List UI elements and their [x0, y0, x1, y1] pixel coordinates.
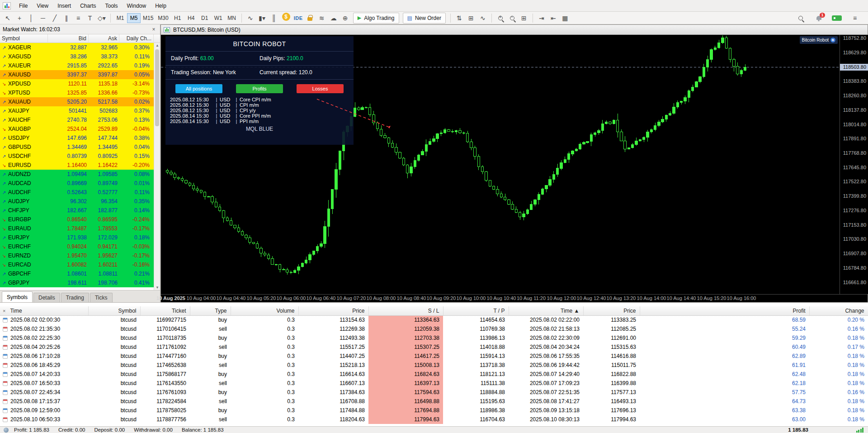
market-watch-row-audnzd[interactable]: ↗AUDNZD1.094941.095850.08%: [0, 170, 154, 179]
history-column-type[interactable]: Type: [190, 306, 231, 315]
close-toolbox-button[interactable]: ×: [3, 308, 5, 314]
market-watch-row-usdjpy[interactable]: ↗USDJPY147.696147.7440.38%: [0, 133, 154, 143]
history-column-profit[interactable]: Profit: [640, 306, 809, 315]
history-row[interactable]: 2025.08.06 18:45:29btcusd1174652638sell0…: [0, 361, 868, 370]
market-watch-row-gbpjpy[interactable]: ↗GBPJPY198.611198.7060.41%: [0, 278, 154, 287]
history-column-time-close[interactable]: Time ▲: [509, 306, 583, 315]
market-watch-row-xauusd[interactable]: ↗XAUUSD3397.373397.870.05%: [0, 70, 154, 79]
tab-details[interactable]: Details: [33, 293, 60, 302]
history-row[interactable]: 2025.08.02 02:00:30btcusd1169927715buy0.…: [0, 315, 868, 324]
history-row[interactable]: 2025.08.08 17:15:37btcusd1178224584sell0…: [0, 397, 868, 406]
history-row[interactable]: 2025.08.07 22:45:34btcusd1176761093buy0.…: [0, 388, 868, 397]
history-column-price[interactable]: Price: [583, 306, 640, 315]
timeframe-m1[interactable]: M1: [113, 13, 127, 23]
lock-icon[interactable]: [304, 13, 316, 24]
history-column-ticket[interactable]: Ticket: [140, 306, 190, 315]
cursor-icon[interactable]: ↖: [2, 13, 14, 24]
ide-icon[interactable]: IDE: [292, 13, 304, 24]
market-watch-scrollbar[interactable]: ▲ ▼: [154, 43, 160, 290]
chart-shift-icon[interactable]: ⇥: [536, 13, 547, 24]
market-watch-row-xageur[interactable]: ↗XAGEUR32.88732.9650.30%: [0, 43, 154, 52]
history-column-sl[interactable]: S / L: [368, 306, 443, 315]
market-watch-row-eurgbp[interactable]: ↘EURGBP0.865400.86595-0.24%: [0, 215, 154, 224]
market-watch-row-xaueur[interactable]: ↗XAUEUR2915.852922.650.19%: [0, 61, 154, 70]
search-icon[interactable]: [795, 13, 807, 24]
market-watch-row-xauaud[interactable]: ↗XAUAUD5205.205217.580.02%: [0, 97, 154, 106]
horizontal-line-icon[interactable]: ─: [37, 13, 49, 24]
bar-chart-mode-icon[interactable]: ║: [268, 13, 280, 24]
mw-column-bid[interactable]: Bid: [48, 34, 89, 43]
timeframe-d1[interactable]: D1: [198, 13, 212, 23]
history-row[interactable]: 2025.08.04 20:25:26btcusd1171761092sell0…: [0, 343, 868, 352]
time-axis[interactable]: 10 Aug 202510 Aug 04:0010 Aug 04:4010 Au…: [161, 294, 868, 302]
signal-icon[interactable]: ≋: [316, 13, 328, 24]
market-watch-row-audchf[interactable]: ↗AUDCHF0.526430.527770.11%: [0, 188, 154, 197]
market-watch-row-gbpusd[interactable]: ↗GBPUSD1.344691.344950.04%: [0, 143, 154, 152]
tile-horizontal-icon[interactable]: ⊞: [465, 13, 477, 24]
zoom-out-icon[interactable]: −: [506, 13, 518, 24]
text-label-icon[interactable]: T: [84, 13, 96, 24]
history-column-symbol[interactable]: Symbol: [88, 306, 140, 315]
mw-column-dailych[interactable]: Daily Ch...: [119, 34, 154, 43]
timeframe-m5[interactable]: M5: [127, 13, 141, 23]
auto-scroll-icon[interactable]: ⇤: [547, 13, 559, 24]
history-row[interactable]: 2025.08.09 12:59:00btcusd1178758025buy0.…: [0, 406, 868, 415]
timeframe-mn[interactable]: MN: [225, 13, 239, 23]
market-watch-row-audcad[interactable]: ↗AUDCAD0.896690.897490.01%: [0, 179, 154, 188]
timeframe-m30[interactable]: M30: [156, 13, 170, 23]
market-depth-icon[interactable]: ∿: [477, 13, 489, 24]
market-watch-row-xpdusd[interactable]: ↘XPDUSD1120.111135.18-3.14%: [0, 79, 154, 88]
market-watch-row-eurusd[interactable]: ↘EURUSD1.164001.16422-0.20%: [0, 161, 154, 170]
tab-ticks[interactable]: Ticks: [90, 293, 113, 302]
history-column-price[interactable]: Price: [298, 306, 368, 315]
market-watch-row-audjpy[interactable]: ↗AUDJPY96.30296.3540.35%: [0, 197, 154, 206]
mw-column-symbol[interactable]: Symbol: [0, 34, 48, 43]
algo-trading-button[interactable]: ▶ Algo Trading: [353, 13, 399, 24]
trendline-icon[interactable]: ╱: [49, 13, 61, 24]
market-watch-row-xagusd[interactable]: ↗XAGUSD38.28638.3730.11%: [0, 52, 154, 61]
robot-button-losses[interactable]: Losses: [297, 84, 344, 93]
candlestick-mode-icon[interactable]: ▮▾: [256, 13, 268, 24]
vertical-line-icon[interactable]: │: [25, 13, 37, 24]
history-row[interactable]: 2025.08.07 14:20:33btcusd1175868177buy0.…: [0, 370, 868, 379]
market-watch-row-eurjpy[interactable]: ↗EURJPY171.938172.0290.18%: [0, 233, 154, 242]
market-watch-row-usdchf[interactable]: ↗USDCHF0.807390.809250.15%: [0, 152, 154, 161]
menu-window[interactable]: Window: [123, 0, 151, 11]
cloud-icon[interactable]: ☁: [328, 13, 340, 24]
history-column-tp[interactable]: T / P: [443, 306, 509, 315]
history-row[interactable]: 2025.08.06 17:10:28btcusd1174477160buy0.…: [0, 352, 868, 361]
history-row[interactable]: 2025.08.07 16:50:33btcusd1176143550sell0…: [0, 379, 868, 388]
tile-windows-icon[interactable]: ⊞: [518, 13, 530, 24]
scrollbar-thumb[interactable]: [155, 49, 159, 126]
line-chart-icon[interactable]: ∿: [245, 13, 256, 24]
menu-insert[interactable]: Insert: [53, 0, 75, 11]
history-row[interactable]: 2025.08.02 22:25:30btcusd1170118735buy0.…: [0, 333, 868, 343]
dollar-icon[interactable]: $: [282, 13, 290, 21]
market-watch-row-xaujpy[interactable]: ↗XAUJPY5014415026830.37%: [0, 106, 154, 115]
data-window-icon[interactable]: ▦: [559, 13, 571, 24]
history-row[interactable]: 2025.08.10 06:50:33btcusd1178877756sell0…: [0, 415, 868, 424]
history-row[interactable]: 2025.08.02 21:35:30btcusd1170106415sell0…: [0, 324, 868, 333]
equidistant-channel-icon[interactable]: ∥: [61, 13, 72, 24]
price-axis[interactable]: 118752.80118629.80118506.80118383.801182…: [840, 35, 868, 294]
close-market-watch-button[interactable]: ×: [150, 26, 157, 33]
community-icon[interactable]: ⊕: [340, 13, 351, 24]
history-column-change[interactable]: Change: [809, 306, 868, 315]
market-watch-row-eurnzd[interactable]: ↘EURNZD1.954701.95627-0.17%: [0, 251, 154, 260]
market-watch-row-eurcad[interactable]: ↘EURCAD1.600821.60211-0.16%: [0, 260, 154, 269]
chart-plot[interactable]: Bitcoin Robot B BITCOIN ROBOT Daily Prof…: [161, 35, 840, 294]
market-watch-row-xauchf[interactable]: ↗XAUCHF2740.782753.060.13%: [0, 115, 154, 124]
history-column-volume[interactable]: Volume: [231, 306, 298, 315]
scroll-up-icon[interactable]: ▲: [154, 43, 160, 48]
timeframe-h1[interactable]: H1: [171, 13, 184, 23]
market-watch-row-chfjpy[interactable]: ↗CHFJPY182.667182.8770.14%: [0, 206, 154, 215]
market-watch-row-xptusd[interactable]: ↘XPTUSD1325.851336.66-0.73%: [0, 88, 154, 97]
robot-button-profits[interactable]: Profits: [236, 84, 283, 93]
timeframe-h4[interactable]: H4: [184, 13, 198, 23]
scroll-down-icon[interactable]: ▼: [154, 285, 160, 290]
tab-symbols[interactable]: Symbols: [2, 291, 33, 302]
menu-charts[interactable]: Charts: [75, 0, 100, 11]
history-column-time[interactable]: ×Time: [0, 306, 88, 315]
menu-tools[interactable]: Tools: [101, 0, 123, 11]
market-watch-row-xaugbp[interactable]: ↘XAUGBP2524.042529.89-0.04%: [0, 124, 154, 133]
